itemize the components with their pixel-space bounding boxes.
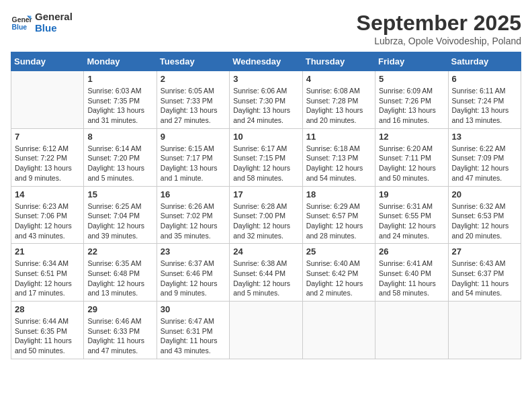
day-cell: [230, 302, 302, 359]
day-info: Sunrise: 6:12 AMSunset: 7:22 PMDaylight:…: [15, 144, 80, 183]
day-number: 30: [161, 304, 226, 314]
day-info: Sunrise: 6:34 AMSunset: 6:51 PMDaylight:…: [15, 259, 80, 298]
day-info: Sunrise: 6:41 AMSunset: 6:40 PMDaylight:…: [379, 259, 444, 298]
day-number: 17: [233, 189, 298, 199]
day-number: 7: [15, 132, 80, 142]
day-cell: 1Sunrise: 6:03 AMSunset: 7:35 PMDaylight…: [84, 71, 157, 129]
calendar-table: SundayMondayTuesdayWednesdayThursdayFrid…: [11, 52, 521, 359]
day-info: Sunrise: 6:05 AMSunset: 7:33 PMDaylight:…: [161, 86, 226, 126]
day-info: Sunrise: 6:31 AMSunset: 6:55 PMDaylight:…: [379, 201, 444, 241]
day-cell: 7Sunrise: 6:12 AMSunset: 7:22 PMDaylight…: [11, 128, 84, 186]
day-info: Sunrise: 6:29 AMSunset: 6:57 PMDaylight:…: [306, 201, 371, 241]
day-cell: 8Sunrise: 6:14 AMSunset: 7:20 PMDaylight…: [84, 128, 157, 186]
day-info: Sunrise: 6:44 AMSunset: 6:35 PMDaylight:…: [15, 316, 80, 356]
week-row-1: 7Sunrise: 6:12 AMSunset: 7:22 PMDaylight…: [11, 128, 521, 186]
day-cell: 4Sunrise: 6:08 AMSunset: 7:28 PMDaylight…: [302, 71, 375, 129]
day-number: 15: [87, 189, 152, 199]
day-cell: 27Sunrise: 6:43 AMSunset: 6:37 PMDayligh…: [448, 244, 521, 302]
day-number: 10: [233, 132, 298, 142]
day-cell: [11, 71, 84, 129]
day-number: 28: [15, 304, 80, 314]
day-info: Sunrise: 6:37 AMSunset: 6:46 PMDaylight:…: [161, 259, 226, 298]
day-cell: 29Sunrise: 6:46 AMSunset: 6:33 PMDayligh…: [84, 302, 157, 359]
day-number: 14: [15, 189, 80, 199]
day-info: Sunrise: 6:43 AMSunset: 6:37 PMDaylight:…: [452, 259, 517, 298]
header-cell-sunday: Sunday: [11, 52, 84, 71]
calendar-header: SundayMondayTuesdayWednesdayThursdayFrid…: [11, 52, 521, 71]
day-cell: 11Sunrise: 6:18 AMSunset: 7:13 PMDayligh…: [302, 128, 375, 186]
day-cell: 25Sunrise: 6:40 AMSunset: 6:42 PMDayligh…: [302, 244, 375, 302]
week-row-2: 14Sunrise: 6:23 AMSunset: 7:06 PMDayligh…: [11, 186, 521, 244]
day-info: Sunrise: 6:06 AMSunset: 7:30 PMDaylight:…: [233, 86, 298, 126]
day-cell: 6Sunrise: 6:11 AMSunset: 7:24 PMDaylight…: [448, 71, 521, 129]
day-info: Sunrise: 6:28 AMSunset: 7:00 PMDaylight:…: [233, 201, 298, 241]
logo-blue: Blue: [35, 22, 73, 34]
day-number: 9: [161, 132, 226, 142]
day-info: Sunrise: 6:03 AMSunset: 7:35 PMDaylight:…: [87, 86, 152, 126]
day-number: 22: [87, 246, 152, 257]
day-cell: 28Sunrise: 6:44 AMSunset: 6:35 PMDayligh…: [11, 302, 84, 359]
day-cell: 15Sunrise: 6:25 AMSunset: 7:04 PMDayligh…: [84, 186, 157, 244]
page-header: General Blue General Blue September 2025…: [11, 11, 521, 46]
day-number: 5: [379, 74, 444, 84]
day-cell: [302, 302, 375, 359]
day-cell: 10Sunrise: 6:17 AMSunset: 7:15 PMDayligh…: [230, 128, 302, 186]
header-cell-thursday: Thursday: [302, 52, 375, 71]
header-cell-tuesday: Tuesday: [157, 52, 229, 71]
day-cell: [448, 302, 521, 359]
day-info: Sunrise: 6:26 AMSunset: 7:02 PMDaylight:…: [161, 201, 226, 241]
day-info: Sunrise: 6:38 AMSunset: 6:44 PMDaylight:…: [233, 259, 298, 298]
day-number: 3: [233, 74, 298, 84]
day-info: Sunrise: 6:40 AMSunset: 6:42 PMDaylight:…: [306, 259, 371, 298]
day-number: 12: [379, 132, 444, 142]
day-number: 2: [161, 74, 226, 84]
calendar-body: 1Sunrise: 6:03 AMSunset: 7:35 PMDaylight…: [11, 71, 521, 359]
day-number: 18: [306, 189, 371, 199]
day-info: Sunrise: 6:11 AMSunset: 7:24 PMDaylight:…: [452, 86, 517, 126]
day-info: Sunrise: 6:14 AMSunset: 7:20 PMDaylight:…: [87, 144, 152, 183]
day-cell: 9Sunrise: 6:15 AMSunset: 7:17 PMDaylight…: [157, 128, 229, 186]
day-cell: 24Sunrise: 6:38 AMSunset: 6:44 PMDayligh…: [230, 244, 302, 302]
day-info: Sunrise: 6:20 AMSunset: 7:11 PMDaylight:…: [379, 144, 444, 183]
day-info: Sunrise: 6:15 AMSunset: 7:17 PMDaylight:…: [161, 144, 226, 183]
header-cell-wednesday: Wednesday: [230, 52, 302, 71]
day-info: Sunrise: 6:22 AMSunset: 7:09 PMDaylight:…: [452, 144, 517, 183]
week-row-3: 21Sunrise: 6:34 AMSunset: 6:51 PMDayligh…: [11, 244, 521, 302]
day-cell: 14Sunrise: 6:23 AMSunset: 7:06 PMDayligh…: [11, 186, 84, 244]
day-cell: 21Sunrise: 6:34 AMSunset: 6:51 PMDayligh…: [11, 244, 84, 302]
day-info: Sunrise: 6:09 AMSunset: 7:26 PMDaylight:…: [379, 86, 444, 126]
day-cell: 13Sunrise: 6:22 AMSunset: 7:09 PMDayligh…: [448, 128, 521, 186]
day-info: Sunrise: 6:08 AMSunset: 7:28 PMDaylight:…: [306, 86, 371, 126]
day-cell: 30Sunrise: 6:47 AMSunset: 6:31 PMDayligh…: [157, 302, 229, 359]
day-info: Sunrise: 6:32 AMSunset: 6:53 PMDaylight:…: [452, 201, 517, 241]
day-cell: 18Sunrise: 6:29 AMSunset: 6:57 PMDayligh…: [302, 186, 375, 244]
day-number: 4: [306, 74, 371, 84]
day-number: 25: [306, 246, 371, 257]
day-number: 6: [452, 74, 517, 84]
header-cell-saturday: Saturday: [448, 52, 521, 71]
day-cell: 5Sunrise: 6:09 AMSunset: 7:26 PMDaylight…: [375, 71, 448, 129]
day-number: 29: [87, 304, 152, 314]
day-number: 23: [161, 246, 226, 257]
day-number: 27: [452, 246, 517, 257]
day-number: 11: [306, 132, 371, 142]
day-info: Sunrise: 6:18 AMSunset: 7:13 PMDaylight:…: [306, 144, 371, 183]
month-title: September 2025: [357, 11, 521, 36]
header-cell-monday: Monday: [84, 52, 157, 71]
logo: General Blue General Blue: [11, 11, 73, 34]
day-cell: 16Sunrise: 6:26 AMSunset: 7:02 PMDayligh…: [157, 186, 229, 244]
day-number: 24: [233, 246, 298, 257]
day-number: 21: [15, 246, 80, 257]
svg-text:Blue: Blue: [12, 24, 28, 31]
day-info: Sunrise: 6:35 AMSunset: 6:48 PMDaylight:…: [87, 259, 152, 298]
day-info: Sunrise: 6:17 AMSunset: 7:15 PMDaylight:…: [233, 144, 298, 183]
day-info: Sunrise: 6:47 AMSunset: 6:31 PMDaylight:…: [161, 316, 226, 356]
title-block: September 2025 Lubrza, Opole Voivodeship…: [357, 11, 521, 46]
day-number: 19: [379, 189, 444, 199]
header-cell-friday: Friday: [375, 52, 448, 71]
logo-icon: General Blue: [11, 11, 32, 33]
week-row-4: 28Sunrise: 6:44 AMSunset: 6:35 PMDayligh…: [11, 302, 521, 359]
day-number: 1: [87, 74, 152, 84]
day-cell: 22Sunrise: 6:35 AMSunset: 6:48 PMDayligh…: [84, 244, 157, 302]
day-number: 8: [87, 132, 152, 142]
